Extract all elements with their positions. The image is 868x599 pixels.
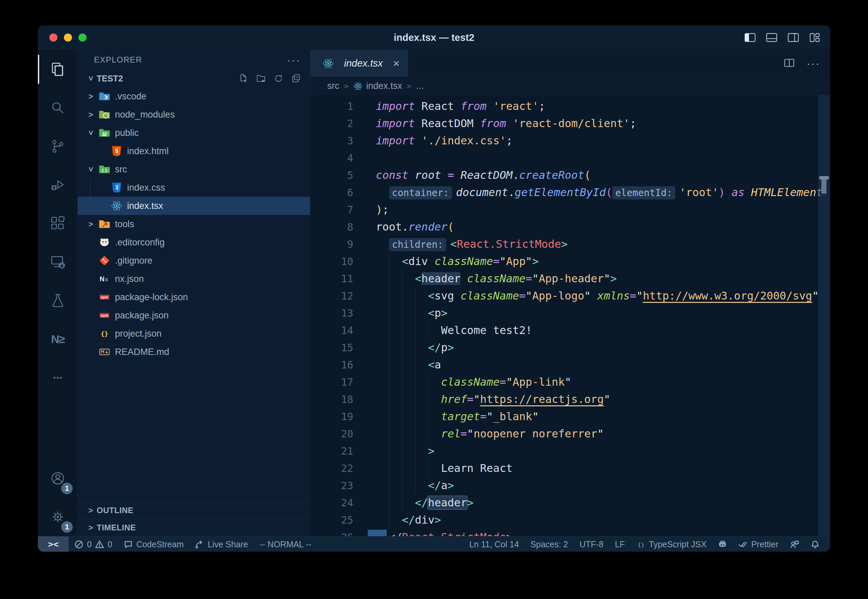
- zoom-window-button[interactable]: [78, 33, 87, 42]
- code-line[interactable]: target="_blank": [368, 408, 830, 425]
- chevron-right-icon[interactable]: >: [85, 110, 97, 119]
- activity-explorer[interactable]: [38, 50, 77, 89]
- breadcrumb[interactable]: src>index.tsx>...: [310, 77, 830, 95]
- refresh-icon[interactable]: [274, 73, 284, 83]
- tree-item-index.tsx[interactable]: index.tsx: [78, 197, 310, 215]
- chevron-down-icon[interactable]: >: [86, 127, 96, 138]
- status-vim-mode[interactable]: -- NORMAL --: [254, 536, 317, 552]
- code-line[interactable]: [368, 149, 830, 167]
- code-line[interactable]: >: [368, 442, 830, 460]
- chevron-right-icon[interactable]: >: [85, 92, 97, 101]
- code-line[interactable]: import './index.css';: [368, 132, 830, 149]
- activity-extensions[interactable]: [38, 204, 77, 243]
- status-codestream[interactable]: CodeStream: [118, 536, 189, 552]
- tree-item-src[interactable]: >src: [78, 160, 310, 179]
- minimize-window-button[interactable]: [64, 33, 72, 42]
- code-line[interactable]: </React.StrictMode>: [368, 529, 830, 536]
- code-line[interactable]: </p>: [368, 339, 830, 356]
- link-text[interactable]: https://reactjs.org: [480, 393, 604, 406]
- status-notifications[interactable]: [805, 540, 826, 549]
- code-line[interactable]: Learn React: [368, 460, 830, 477]
- code-line[interactable]: className="App-link": [368, 373, 830, 391]
- tree-item-nx.json[interactable]: Nxnx.json: [78, 270, 310, 288]
- code-line[interactable]: </a>: [368, 477, 830, 494]
- tree-item-package-lock.json[interactable]: npmpackage-lock.json: [78, 288, 310, 306]
- code-line[interactable]: container:document.getElementById(elemen…: [368, 184, 830, 201]
- tree-item-README.md[interactable]: README.md: [78, 343, 310, 361]
- new-file-icon[interactable]: [238, 73, 248, 83]
- status-cursor-position[interactable]: Ln 11, Col 14: [463, 539, 525, 549]
- tree-item-project.json[interactable]: {}project.json: [78, 325, 310, 343]
- tree-item-index.css[interactable]: 3index.css: [78, 179, 310, 197]
- tree-item-node_modules[interactable]: >node_modules: [78, 105, 310, 124]
- remote-indicator[interactable]: ><: [38, 536, 69, 552]
- more-actions-icon[interactable]: ···: [806, 57, 820, 70]
- activity-accounts[interactable]: 1: [38, 459, 77, 498]
- tree-item-.editorconfig[interactable]: .editorconfig: [78, 233, 310, 251]
- code-line[interactable]: <p>: [368, 305, 830, 322]
- status-feedback[interactable]: [784, 540, 805, 549]
- tree-item-.vscode[interactable]: >.vscode: [78, 87, 310, 105]
- breadcrumb-item[interactable]: index.tsx: [353, 81, 402, 91]
- status-copilot[interactable]: [712, 540, 733, 549]
- breadcrumb-item[interactable]: src: [327, 81, 339, 91]
- code-line[interactable]: root.render(: [368, 218, 830, 236]
- panel-outline[interactable]: >OUTLINE: [78, 502, 310, 519]
- status-encoding[interactable]: UTF-8: [573, 539, 609, 549]
- tree-item-index.html[interactable]: 5index.html: [78, 142, 310, 160]
- code-lines[interactable]: import React from 'react';import ReactDO…: [368, 95, 830, 536]
- tree-item-public[interactable]: >public: [78, 124, 310, 142]
- code-line[interactable]: <svg className="App-logo" xmlns="http://…: [368, 287, 830, 305]
- vertical-scrollbar[interactable]: [818, 95, 830, 536]
- status-indentation[interactable]: Spaces: 2: [525, 539, 573, 549]
- activity-run-and-debug[interactable]: [38, 166, 77, 204]
- activity-manage[interactable]: 1: [38, 498, 77, 536]
- chevron-right-icon[interactable]: >: [85, 220, 97, 229]
- code-line[interactable]: </header>: [368, 494, 830, 512]
- code-line[interactable]: <header className="App-header">: [368, 270, 830, 287]
- activity-additional-views[interactable]: ···: [38, 358, 77, 397]
- tab-index-tsx[interactable]: index.tsx ×: [310, 50, 409, 77]
- chevron-down-icon[interactable]: >: [86, 164, 96, 175]
- status-problems[interactable]: 00: [69, 536, 118, 552]
- collapse-all-icon[interactable]: [291, 73, 301, 83]
- code-line[interactable]: <div className="App">: [368, 253, 830, 270]
- status-prettier[interactable]: Prettier: [733, 539, 784, 549]
- close-window-button[interactable]: [50, 33, 57, 42]
- link-text[interactable]: http://www.w3.org/2000/svg: [643, 289, 812, 302]
- code-line[interactable]: <a: [368, 356, 830, 373]
- code-line[interactable]: rel="noopener noreferrer": [368, 425, 830, 442]
- activity-search[interactable]: [38, 89, 77, 127]
- tree-item-.gitignore[interactable]: .gitignore: [78, 251, 310, 270]
- toggle-sidebar-left-icon[interactable]: [744, 31, 757, 44]
- activity-nx-console[interactable]: N≥: [38, 320, 77, 358]
- code-line[interactable]: href="https://reactjs.org": [368, 391, 830, 408]
- code-line[interactable]: </div>: [368, 512, 830, 529]
- code-line[interactable]: const root = ReactDOM.createRoot(: [368, 167, 830, 184]
- explorer-more-actions-icon[interactable]: ···: [287, 53, 301, 66]
- activity-source-control[interactable]: [38, 127, 77, 166]
- breadcrumb-item[interactable]: ...: [416, 81, 424, 91]
- code-line[interactable]: import React from 'react';: [368, 98, 830, 115]
- split-editor-icon[interactable]: [784, 57, 796, 70]
- code-line[interactable]: );: [368, 201, 830, 218]
- code-line[interactable]: Welcome test2!: [368, 322, 830, 339]
- folder-section-header[interactable]: > TEST2: [78, 70, 310, 87]
- tree-item-package.json[interactable]: npmpackage.json: [78, 306, 310, 325]
- activity-remote-explorer[interactable]: [38, 243, 77, 281]
- panel-timeline[interactable]: >TIMELINE: [78, 519, 310, 536]
- close-tab-icon[interactable]: ×: [393, 57, 400, 70]
- toggle-panel-icon[interactable]: [765, 31, 778, 44]
- tree-item-tools[interactable]: >tools: [78, 215, 310, 233]
- code-editor[interactable]: 1234567891011121314151617181920212223242…: [310, 95, 830, 536]
- toggle-sidebar-right-icon[interactable]: [787, 31, 800, 44]
- status-eol[interactable]: LF: [609, 539, 630, 549]
- code-line[interactable]: children:<React.StrictMode>: [368, 236, 830, 253]
- customize-layout-icon[interactable]: [808, 31, 821, 44]
- status-language-mode[interactable]: {}TypeScript JSX: [631, 539, 713, 549]
- code-line[interactable]: import ReactDOM from 'react-dom/client';: [368, 115, 830, 132]
- title-bar[interactable]: index.tsx — test2: [38, 26, 830, 50]
- activity-testing[interactable]: [38, 281, 77, 320]
- new-folder-icon[interactable]: [256, 73, 266, 83]
- status-live-share[interactable]: Live Share: [189, 536, 254, 552]
